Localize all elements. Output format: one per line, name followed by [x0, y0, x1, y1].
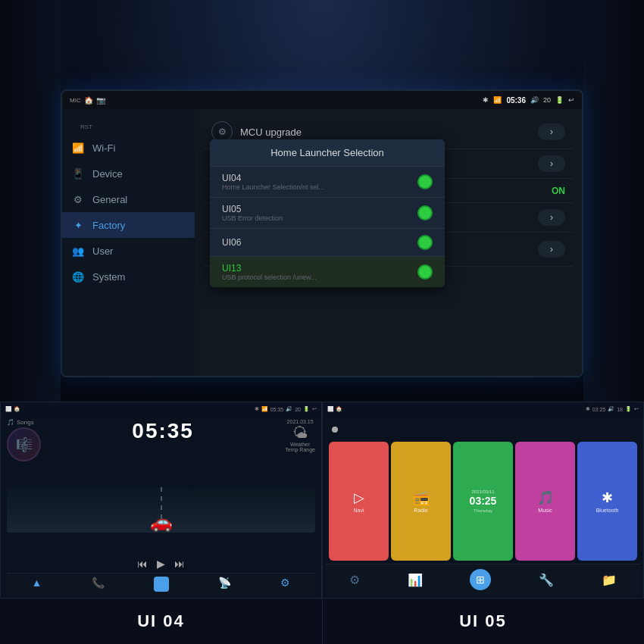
app-tile-navi[interactable]: ▷ Navi: [329, 442, 389, 561]
dropdown-title: Home Launcher Selection: [210, 139, 445, 167]
ui04-main-content: 🎵 Songs 🎼 05:35 2021.03.15 🌤 Weather Tem…: [1, 416, 321, 598]
bluetooth-tile-icon: ✱: [602, 489, 613, 506]
music-note-icon: 🎵: [7, 419, 14, 426]
home-icon: 🏠: [84, 96, 93, 105]
ui05-battery: 18: [617, 407, 623, 412]
ui05-label: UI 05: [322, 599, 644, 644]
ui04-wifi-icon: 📶: [261, 406, 268, 412]
app-tile-clock[interactable]: 2021/03/11 03:25 Thursday: [453, 442, 513, 561]
sidebar-item-wifi[interactable]: 📶 Wi-Fi: [62, 135, 195, 161]
ui05-dot: [326, 419, 640, 439]
ui04-status-right: ✱ 📶 05:35 🔊 20 🔋 ↩: [255, 406, 317, 412]
music-label: Music: [538, 508, 552, 513]
ui04-title: UI04: [222, 173, 324, 183]
ui05-toggle[interactable]: [417, 205, 433, 220]
ui05-status-right: ✱ 03:25 🔊 18 🔋 ↩: [586, 406, 639, 412]
navi-icon: ▷: [354, 489, 364, 506]
panels-row: ⬜ 🏠 ✱ 📶 05:35 🔊 20 🔋 ↩ 🎵: [0, 402, 644, 599]
ui05-bottom-bar: ⚙ 📊 ⊞ 🔧 📁: [326, 564, 640, 595]
ui04-back-icon[interactable]: ↩: [312, 406, 317, 412]
sidebar-user-label: User: [92, 245, 113, 257]
app-tile-bluetooth[interactable]: ✱ Bluetooth: [577, 442, 637, 561]
ui04-status-left: ⬜ 🏠: [5, 406, 20, 412]
next-btn[interactable]: ⏭: [174, 558, 185, 570]
ui05-back-icon[interactable]: ↩: [634, 406, 639, 412]
ui04-toggle[interactable]: [417, 174, 433, 189]
ui04-time: 05:35: [270, 407, 284, 412]
row2-arrow-btn[interactable]: ›: [538, 155, 565, 172]
ui05-apps-grid: ▷ Navi 📻 Radio 2021/03/11 03:25 Thursday…: [326, 439, 640, 564]
ui04-bt-icon: ✱: [255, 406, 259, 412]
usb-proto-arrow-btn[interactable]: ›: [538, 209, 565, 226]
wifi-icon: 📶: [493, 96, 502, 104]
ui05-folder-icon[interactable]: 📁: [602, 573, 617, 587]
gear-icon: ⚙: [71, 192, 85, 206]
sidebar-item-system[interactable]: 🌐 System: [62, 264, 195, 289]
ui13-toggle[interactable]: [417, 264, 433, 280]
nav-phone-icon[interactable]: 📞: [92, 577, 105, 592]
clock-time: 03:25: [470, 496, 497, 507]
device-icon: 📱: [71, 167, 85, 180]
sidebar: RST 📶 Wi-Fi 📱 Device ⚙ General ✦ Factory: [62, 109, 195, 376]
home-launcher-dropdown: Home Launcher Selection UI04 Home Launch…: [210, 139, 445, 287]
dropdown-item-ui04[interactable]: UI04 Home Launcher Selection/nt sel...: [210, 167, 445, 198]
sidebar-item-general[interactable]: ⚙ General: [62, 186, 195, 212]
ui05-settings-icon[interactable]: ⚙: [349, 573, 360, 587]
car-interior-right: [583, 0, 644, 402]
ui05-chart-icon[interactable]: 📊: [408, 573, 423, 587]
sidebar-factory-label: Factory: [92, 220, 125, 231]
ui04-clock-display: 05:35: [132, 419, 194, 443]
car-background: MIC 🏠 📷 ✱ 📶 05:36 🔊 20 🔋 ↩ RST: [0, 0, 644, 402]
ui04-home-icon: ⬜ 🏠: [5, 406, 20, 411]
ui04-left: UI04 Home Launcher Selection/nt sel...: [222, 173, 324, 191]
sidebar-general-label: General: [92, 194, 127, 205]
mcu-arrow-btn[interactable]: ›: [538, 123, 565, 140]
rst-label: RST: [62, 115, 195, 135]
export-arrow-btn[interactable]: ›: [538, 241, 565, 258]
ui06-toggle[interactable]: [417, 235, 433, 250]
back-icon[interactable]: ↩: [568, 96, 574, 104]
ui05-battery-icon: 🔋: [625, 406, 632, 412]
ui05-gear-icon[interactable]: 🔧: [539, 573, 554, 587]
right-content: ⚙ MCU upgrade › › USB Error detection ON: [195, 109, 582, 376]
volume-icon: 🔊: [530, 96, 539, 104]
nav-signal-icon[interactable]: 📡: [218, 577, 231, 592]
sidebar-item-user[interactable]: 👥 User: [62, 238, 195, 264]
sidebar-system-label: System: [92, 271, 125, 283]
ui05-status-bar: ⬜ 🏠 ✱ 03:25 🔊 18 🔋 ↩: [323, 402, 643, 416]
ui05-apps-icon[interactable]: ⊞: [470, 569, 491, 590]
ui04-top-area: 🎵 Songs 🎼 05:35 2021.03.15 🌤 Weather Tem…: [7, 419, 315, 461]
ui06-left: UI06: [222, 237, 241, 248]
clock-date: 2021/03/11: [471, 489, 494, 494]
sidebar-device-label: Device: [92, 168, 123, 180]
ui13-left: UI13 USB protocol selection /unew...: [222, 263, 317, 281]
dropdown-item-ui13[interactable]: UI13 USB protocol selection /unew...: [210, 257, 445, 287]
nav-settings-icon[interactable]: ⚙: [280, 577, 290, 592]
ui04-battery: 20: [295, 407, 301, 412]
dropdown-item-ui05[interactable]: UI05 USB Error detection: [210, 198, 445, 229]
app-tile-music[interactable]: 🎵 Music: [515, 442, 575, 561]
ui04-weather-icon: 🌤: [292, 424, 308, 442]
nav-apps-icon[interactable]: ⊞: [154, 577, 169, 592]
music-icon: 🎵: [537, 489, 554, 506]
app-tile-radio[interactable]: 📻 Radio: [391, 442, 451, 561]
ui04-controls: ⏮ ▶ ⏭: [7, 555, 315, 573]
clock-day: Thursday: [474, 508, 492, 513]
radio-icon: 📻: [413, 489, 430, 506]
ui04-music-area: 🎵 Songs 🎼: [7, 419, 41, 461]
prev-btn[interactable]: ⏮: [137, 558, 148, 570]
status-right: ✱ 📶 05:36 🔊 20 🔋 ↩: [483, 96, 574, 105]
sidebar-item-factory[interactable]: ✦ Factory: [62, 212, 195, 238]
ui04-label: UI 04: [0, 599, 322, 644]
ui05-bt-icon: ✱: [586, 406, 590, 412]
sidebar-item-device[interactable]: 📱 Device: [62, 161, 195, 186]
camera-icon: 📷: [96, 96, 105, 105]
wifi-sidebar-icon: 📶: [71, 141, 85, 155]
play-btn[interactable]: ▶: [157, 558, 165, 570]
nav-navigate-icon[interactable]: ▲: [32, 577, 42, 592]
ui04-weather-label: Weather: [290, 442, 310, 447]
dropdown-item-ui06[interactable]: UI06: [210, 229, 445, 257]
ui05-status-left: ⬜ 🏠: [327, 406, 342, 412]
ui04-clock-area: 05:35: [132, 419, 194, 443]
bottom-panels: ⬜ 🏠 ✱ 📶 05:35 🔊 20 🔋 ↩ 🎵: [0, 402, 644, 644]
